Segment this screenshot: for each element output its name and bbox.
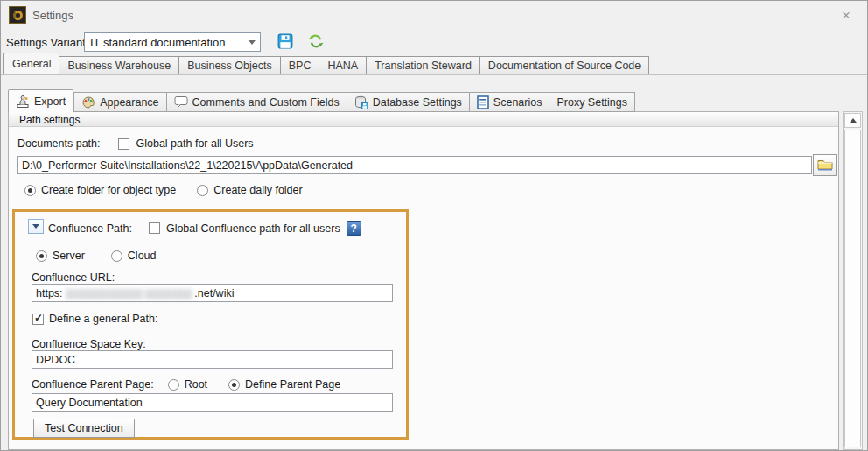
url-prefix: https: [36,287,63,299]
help-icon[interactable]: ? [346,221,361,236]
scrollbar-thumb[interactable] [844,130,861,447]
root-radio-label: Root [185,378,207,391]
document-icon [477,95,489,109]
define-general-path-label: Define a general Path: [49,313,158,325]
app-logo-icon [9,6,26,24]
confluence-space-key-label: Confluence Space Key: [32,338,146,350]
cloud-radio[interactable] [111,250,122,262]
create-folder-object-type-radio[interactable] [24,185,36,196]
window-title: Settings [32,9,74,22]
documents-path-label: Documents path: [18,137,101,150]
global-confluence-path-label: Global Confluence path for all users [166,222,340,235]
define-parent-page-radio[interactable] [228,379,240,391]
tab-bpc[interactable]: BPC [281,56,320,74]
create-folder-object-type-label: Create folder for object type [41,184,176,196]
comment-bubble-icon [174,95,188,109]
server-radio-label: Server [52,250,85,262]
browse-folder-button[interactable] [813,154,836,176]
tab-proxy-settings-label: Proxy Settings [556,96,627,109]
confluence-space-key-input[interactable] [32,350,393,369]
triangle-down-icon [32,224,39,229]
vertical-scrollbar[interactable] [843,111,863,450]
confluence-path-group: Confluence Path: Global Confluence path … [12,209,409,440]
documents-path-input[interactable] [18,156,812,174]
main-tab-strip: General Business Warehouse Business Obje… [4,53,649,74]
confluence-parent-page-input[interactable] [32,393,393,412]
server-radio[interactable] [36,250,47,262]
tab-database-settings[interactable]: Database Settings [347,92,470,112]
confluence-url-input[interactable]: https: ▒▒▒▒▒▒▒▒▒▒▒▒▒ ▒▒▒▒▒▒▒▒ .net/wiki [32,284,393,302]
tab-strip-divider [1,74,867,75]
tab-proxy-settings[interactable]: Proxy Settings [550,92,635,112]
tab-translation-steward[interactable]: Translation Steward [367,56,480,74]
settings-variant-label: Settings Variant: [6,36,88,49]
tab-comments-label: Comments and Custom Fields [192,96,340,109]
url-redacted-text: ▒▒▒▒▒▒▒▒▒▒▒▒▒ ▒▒▒▒▒▒▒▒ [66,288,192,299]
global-path-checkbox-label: Global path for all Users [136,137,254,150]
create-daily-folder-label: Create daily folder [214,184,302,196]
tab-database-settings-label: Database Settings [373,96,462,109]
root-radio[interactable] [168,379,179,391]
path-settings-section-header: Path settings [9,112,838,127]
tab-scenarios[interactable]: Scenarios [470,92,550,112]
settings-dialog: Settings × Settings Variant: IT standard… [0,0,868,451]
tab-export-label: Export [34,95,66,108]
tab-general[interactable]: General [4,53,60,74]
sub-tab-strip: Export Appearance Comments and Custom [8,89,635,112]
export-settings-panel: Path settings Documents path: Global pat… [8,111,839,450]
confluence-url-label: Confluence URL: [32,271,115,284]
palette-icon [81,95,95,109]
title-bar: Settings × [1,1,867,29]
folder-icon [817,158,833,173]
tab-appearance[interactable]: Appearance [74,92,166,112]
tab-business-objects[interactable]: Business Objects [179,56,281,74]
create-daily-folder-radio[interactable] [197,185,208,196]
path-settings-title: Path settings [19,114,80,126]
tab-documentation-of-source-code[interactable]: Documentation of Source Code [480,56,649,74]
chevron-down-icon[interactable] [244,40,260,45]
stamp-icon [16,95,30,109]
tab-business-warehouse[interactable]: Business Warehouse [60,56,179,74]
cloud-radio-label: Cloud [128,250,157,262]
settings-variant-dropdown[interactable]: IT standard documentation [84,32,261,52]
confluence-parent-page-label: Confluence Parent Page: [32,378,154,391]
confluence-path-label: Confluence Path: [48,222,132,235]
url-suffix: .net/wiki [194,287,234,299]
refresh-icon[interactable] [308,33,324,49]
tab-scenarios-label: Scenarios [494,96,542,109]
define-parent-page-label: Define Parent Page [245,378,340,391]
define-general-path-checkbox[interactable] [32,314,44,325]
collapse-expander-button[interactable] [28,219,44,234]
global-path-checkbox[interactable] [118,138,130,150]
close-icon[interactable]: × [837,7,855,25]
database-icon [354,95,368,109]
triangle-up-icon [850,118,857,123]
tab-export[interactable]: Export [8,89,74,112]
scroll-up-button[interactable] [844,113,861,128]
global-confluence-path-checkbox[interactable] [149,222,160,234]
tab-hana[interactable]: HANA [319,56,367,74]
save-icon[interactable] [277,33,293,49]
settings-variant-value: IT standard documentation [85,36,244,49]
tab-comments-and-custom-fields[interactable]: Comments and Custom Fields [167,92,347,112]
test-connection-button[interactable]: Test Connection [33,419,135,438]
tab-appearance-label: Appearance [100,96,158,109]
